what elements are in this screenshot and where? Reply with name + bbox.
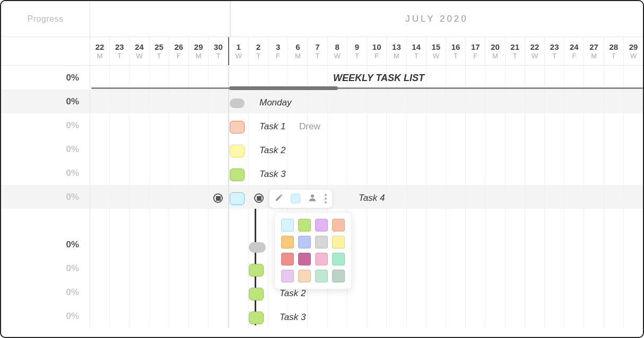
day-cell[interactable]: 3F bbox=[268, 37, 288, 65]
day-cell[interactable]: 7T bbox=[308, 37, 327, 65]
day-number: 14 bbox=[412, 42, 421, 51]
palette-swatch[interactable] bbox=[281, 270, 294, 282]
progress-value: 0% bbox=[66, 239, 79, 250]
row-grid[interactable] bbox=[90, 137, 643, 161]
day-cell[interactable]: 27M bbox=[584, 37, 604, 65]
palette-swatch[interactable] bbox=[315, 219, 328, 232]
task1-assignee: Drew bbox=[299, 121, 320, 132]
day-dow: M bbox=[394, 52, 399, 60]
day-cell[interactable]: 26F bbox=[169, 37, 189, 65]
day-number: 13 bbox=[392, 42, 401, 51]
day-dow: F bbox=[375, 52, 379, 60]
day-cell[interactable]: 29W bbox=[624, 37, 643, 65]
progress-value: 0% bbox=[66, 192, 79, 202]
day-cell[interactable]: 20M bbox=[485, 37, 505, 65]
row-grid[interactable] bbox=[90, 256, 643, 280]
bar-left-handle-icon[interactable] bbox=[213, 193, 223, 203]
row-grid[interactable] bbox=[90, 113, 643, 137]
task2-label: Task 2 bbox=[259, 145, 285, 156]
day-cell[interactable]: 14T bbox=[407, 37, 427, 65]
palette-swatch[interactable] bbox=[332, 270, 345, 282]
task1-block[interactable] bbox=[230, 121, 245, 134]
color-palette-popover[interactable] bbox=[274, 212, 352, 289]
day-number: 22 bbox=[95, 42, 105, 51]
row-grid[interactable] bbox=[90, 209, 643, 233]
palette-swatch[interactable] bbox=[315, 270, 328, 282]
b-task2-label: Task 2 bbox=[280, 288, 306, 299]
palette-swatch[interactable] bbox=[315, 236, 328, 248]
monday-pill[interactable] bbox=[230, 99, 245, 108]
progress-column-header: Progress bbox=[1, 1, 90, 37]
row-grid[interactable] bbox=[90, 304, 643, 328]
b-task1-block[interactable] bbox=[249, 264, 264, 277]
palette-swatch[interactable] bbox=[298, 253, 311, 265]
b-task2-block[interactable] bbox=[249, 288, 264, 300]
progress-value: 0% bbox=[66, 311, 79, 322]
palette-swatch[interactable] bbox=[298, 219, 311, 232]
palette-swatch[interactable] bbox=[332, 219, 345, 232]
svg-point-0 bbox=[311, 194, 314, 198]
task3-block[interactable] bbox=[230, 168, 245, 181]
palette-swatch[interactable] bbox=[298, 270, 311, 282]
palette-swatch[interactable] bbox=[281, 236, 294, 248]
palette-swatch[interactable] bbox=[281, 219, 294, 232]
color-swatch-icon[interactable] bbox=[291, 194, 300, 203]
day-cell[interactable]: 29M bbox=[189, 37, 208, 65]
day-dow: M bbox=[591, 52, 597, 60]
day-dow: T bbox=[216, 52, 220, 60]
day-cell[interactable]: 16T bbox=[446, 37, 466, 65]
day-cell[interactable]: 9T bbox=[347, 37, 367, 65]
day-number: 3 bbox=[276, 42, 280, 51]
day-number: 24 bbox=[135, 42, 144, 51]
day-cell[interactable]: 23T bbox=[545, 37, 564, 65]
day-cell[interactable]: 25T bbox=[150, 37, 169, 65]
day-number: 23 bbox=[115, 42, 124, 51]
day-dow: M bbox=[97, 52, 103, 60]
task4-block[interactable] bbox=[230, 192, 245, 205]
progress-value: 0% bbox=[66, 120, 79, 131]
row-grid[interactable] bbox=[90, 90, 643, 113]
group2-pill[interactable] bbox=[249, 242, 266, 253]
row-grid[interactable] bbox=[90, 233, 643, 256]
palette-swatch[interactable] bbox=[298, 236, 311, 248]
gantt-title: WEEKLY TASK LIST bbox=[333, 73, 424, 84]
palette-swatch[interactable] bbox=[281, 253, 294, 265]
b-task3-block[interactable] bbox=[249, 312, 264, 324]
days-grid: 22M23T24W25T26F29M30T1W2T3F6M7T8W9T10F13… bbox=[90, 37, 643, 65]
progress-value: 0% bbox=[66, 168, 79, 179]
day-number: 2 bbox=[256, 42, 260, 51]
day-cell[interactable]: 24W bbox=[129, 37, 149, 65]
day-cell[interactable]: 24F bbox=[564, 37, 584, 65]
day-cell[interactable]: 6M bbox=[288, 37, 308, 65]
day-cell[interactable]: 10F bbox=[367, 37, 387, 65]
day-number: 17 bbox=[471, 42, 480, 51]
palette-swatch[interactable] bbox=[332, 253, 345, 265]
day-cell[interactable]: 13M bbox=[387, 37, 406, 65]
bar-right-handle-icon[interactable] bbox=[254, 193, 264, 203]
palette-swatch[interactable] bbox=[332, 236, 345, 248]
assignee-icon[interactable] bbox=[308, 193, 317, 204]
gantt-full-bar[interactable] bbox=[91, 87, 643, 89]
day-cell[interactable]: 28T bbox=[604, 37, 624, 65]
row-grid[interactable] bbox=[90, 280, 643, 304]
day-cell[interactable]: 22M bbox=[90, 37, 110, 65]
day-dow: M bbox=[295, 52, 301, 60]
edit-icon[interactable] bbox=[275, 193, 283, 204]
day-number: 1 bbox=[236, 42, 240, 51]
day-cell[interactable]: 22W bbox=[525, 37, 545, 65]
day-cell[interactable]: 17F bbox=[466, 37, 485, 65]
gantt-range-bar[interactable] bbox=[229, 86, 338, 90]
day-cell[interactable]: 1W bbox=[229, 37, 249, 65]
palette-swatch[interactable] bbox=[315, 253, 328, 265]
day-cell[interactable]: 30T bbox=[208, 37, 229, 65]
day-cell[interactable]: 15W bbox=[427, 37, 446, 65]
task2-block[interactable] bbox=[230, 145, 245, 157]
day-cell[interactable]: 2T bbox=[249, 37, 268, 65]
day-cell[interactable]: 21T bbox=[506, 37, 525, 65]
june-spacer bbox=[90, 1, 230, 37]
progress-cell: 0% bbox=[1, 304, 90, 328]
day-cell[interactable]: 23T bbox=[110, 37, 129, 65]
more-icon[interactable] bbox=[325, 194, 327, 203]
row-grid[interactable] bbox=[90, 161, 643, 185]
day-cell[interactable]: 8W bbox=[328, 37, 347, 65]
